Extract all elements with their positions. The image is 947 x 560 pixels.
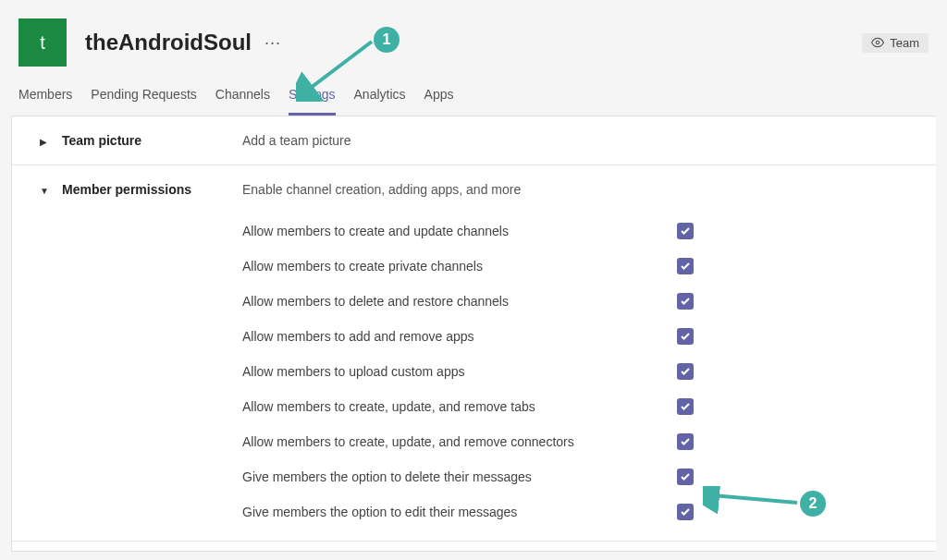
permission-row: Give members the option to delete their … [242, 459, 908, 494]
section-title: Member permissions [62, 182, 242, 197]
section-description: Add a team picture [242, 133, 351, 148]
permission-label: Allow members to create and update chann… [242, 224, 677, 238]
section-description: Enable channel creation, adding apps, an… [242, 182, 521, 197]
svg-point-0 [876, 41, 879, 44]
section-team-picture: ▶ Team picture Add a team picture [12, 116, 936, 165]
permission-label: Allow members to upload custom apps [242, 364, 677, 379]
permission-checkbox[interactable] [677, 433, 694, 450]
permission-checkbox[interactable] [677, 398, 694, 415]
section-member-permissions: ▼ Member permissions Enable channel crea… [12, 165, 936, 542]
permission-row: Allow members to add and remove apps [242, 319, 908, 354]
tab-apps[interactable]: Apps [424, 78, 454, 116]
more-options-icon[interactable]: ··· [264, 33, 281, 53]
team-name: theAndroidSoul [85, 30, 252, 55]
annotation-callout-1: 1 [374, 27, 400, 53]
team-avatar: t [18, 18, 67, 67]
annotation-arrow-2 [703, 486, 805, 514]
permission-label: Allow members to add and remove apps [242, 329, 677, 344]
team-badge-label: Team [890, 36, 919, 50]
permission-row: Allow members to create and update chann… [242, 213, 908, 249]
permission-label: Allow members to delete and restore chan… [242, 294, 677, 309]
permission-row: Allow members to create private channels [242, 249, 908, 284]
permission-checkbox[interactable] [677, 223, 694, 239]
permission-checkbox[interactable] [677, 258, 694, 274]
tab-bar: Members Pending Requests Channels Settin… [0, 78, 947, 116]
caret-right-icon: ▶ [40, 137, 51, 147]
permission-row: Allow members to create, update, and rem… [242, 389, 908, 424]
caret-down-icon: ▼ [40, 186, 51, 196]
svg-line-2 [712, 495, 797, 503]
permission-label: Allow members to create private channels [242, 259, 677, 274]
team-visibility-badge[interactable]: Team [862, 33, 929, 53]
permission-checkbox[interactable] [677, 363, 694, 380]
checkmark-icon [680, 436, 691, 447]
permission-row: Allow members to create, update, and rem… [242, 424, 908, 459]
annotation-callout-2: 2 [800, 491, 826, 517]
checkmark-icon [680, 261, 691, 272]
permission-checkbox[interactable] [677, 504, 694, 520]
permission-label: Give members the option to edit their me… [242, 505, 677, 519]
permission-checkbox[interactable] [677, 328, 694, 345]
permission-label: Give members the option to delete their … [242, 469, 677, 484]
section-header-member-permissions[interactable]: ▼ Member permissions Enable channel crea… [12, 165, 936, 213]
permission-label: Allow members to create, update, and rem… [242, 399, 677, 414]
team-header: t theAndroidSoul ··· Team [0, 0, 947, 78]
tab-channels[interactable]: Channels [215, 78, 270, 116]
permission-row: Allow members to upload custom apps [242, 354, 908, 389]
permission-checkbox[interactable] [677, 293, 694, 310]
checkmark-icon [680, 366, 691, 377]
permission-label: Allow members to create, update, and rem… [242, 434, 677, 449]
checkmark-icon [680, 331, 691, 342]
checkmark-icon [680, 506, 691, 517]
checkmark-icon [680, 296, 691, 307]
checkmark-icon [680, 401, 691, 412]
permission-row: Allow members to delete and restore chan… [242, 284, 908, 319]
permission-checkbox[interactable] [677, 469, 694, 485]
checkmark-icon [680, 471, 691, 482]
tab-members[interactable]: Members [18, 78, 72, 116]
section-title: Team picture [62, 133, 242, 148]
annotation-arrow-1 [296, 37, 379, 102]
checkmark-icon [680, 225, 691, 237]
eye-icon [871, 36, 884, 49]
section-header-team-picture[interactable]: ▶ Team picture Add a team picture [12, 116, 936, 164]
svg-line-1 [307, 42, 372, 91]
tab-pending-requests[interactable]: Pending Requests [91, 78, 196, 116]
